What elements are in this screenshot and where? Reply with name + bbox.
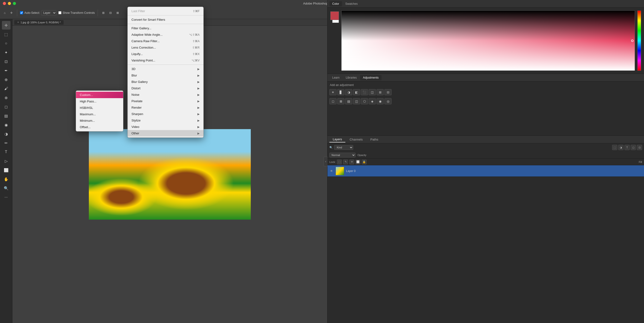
menu-item-last-filter[interactable]: Last Filter ⇧⌘F: [128, 8, 204, 14]
menu-separator-2: [128, 24, 204, 24]
menu-item-pixelate[interactable]: Pixelate ▶: [128, 98, 204, 104]
menu-item-filter-gallery[interactable]: Filter Gallery...: [128, 25, 204, 32]
menu-separator-1: [128, 15, 204, 16]
menu-item-render[interactable]: Render ▶: [128, 104, 204, 111]
menu-item-vanishing-point[interactable]: Vanishing Point... ⌥⌘V: [128, 57, 204, 64]
menu-item-lens-correction[interactable]: Lens Correction... ⇧⌘R: [128, 44, 204, 51]
submenu-item-maximum[interactable]: Maximum...: [76, 111, 123, 118]
submenu-item-offset[interactable]: Offset...: [76, 124, 123, 130]
submenu-item-hsb-hsl[interactable]: HSB/HSL: [76, 104, 123, 111]
submenu-item-high-pass[interactable]: High Pass...: [76, 98, 123, 104]
menu-item-camera-raw[interactable]: Camera Raw Filter... ⇧⌘A: [128, 38, 204, 44]
menu-item-noise[interactable]: Noise ▶: [128, 92, 204, 98]
filter-menu: Last Filter ⇧⌘F Convert for Smart Filter…: [128, 7, 204, 138]
menu-item-video[interactable]: Video ▶: [128, 124, 204, 130]
submenu-item-minimum[interactable]: Minimum...: [76, 118, 123, 124]
menu-item-adaptive[interactable]: Adaptive Wide Angle... ⌥⇧⌘A: [128, 32, 204, 38]
menu-item-stylize[interactable]: Stylize ▶: [128, 117, 204, 124]
other-submenu: Custom... High Pass... HSB/HSL Maximum..…: [76, 90, 123, 132]
submenu-item-custom[interactable]: Custom...: [76, 92, 123, 98]
menu-separator-3: [128, 64, 204, 65]
menu-item-3d[interactable]: 3D ▶: [128, 66, 204, 72]
menu-item-convert-smart[interactable]: Convert for Smart Filters: [128, 16, 204, 23]
menu-item-other[interactable]: Other ▶: [128, 130, 204, 136]
menu-item-liquify[interactable]: Liquify... ⇧⌘X: [128, 51, 204, 57]
menu-item-blur-gallery[interactable]: Blur Gallery ▶: [128, 78, 204, 85]
dropdown-overlay[interactable]: Last Filter ⇧⌘F Convert for Smart Filter…: [0, 0, 644, 323]
menu-item-distort[interactable]: Distort ▶: [128, 85, 204, 92]
menu-item-sharpen[interactable]: Sharpen ▶: [128, 111, 204, 117]
menu-item-blur[interactable]: Blur ▶: [128, 72, 204, 78]
